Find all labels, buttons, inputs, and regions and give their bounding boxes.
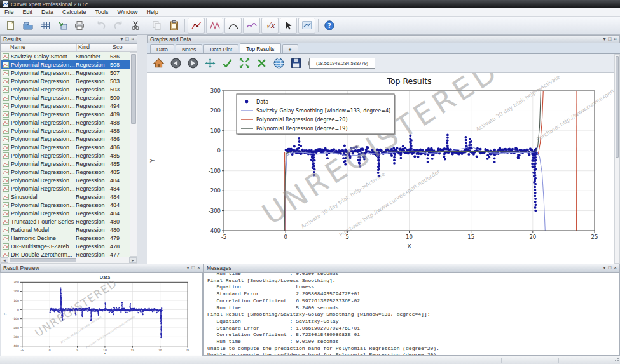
result-row[interactable]: Polynomial Regression (...Regression484	[1, 201, 130, 209]
result-row[interactable]: Polynomial Regression (...Regression494	[1, 102, 130, 110]
redo-button[interactable]	[109, 18, 127, 34]
panel-close-button[interactable]: ×	[131, 37, 134, 42]
scrollbar-thumb[interactable]	[616, 56, 619, 158]
nav-forward-button[interactable]	[185, 56, 201, 71]
menu-item-help[interactable]: Help	[142, 9, 163, 15]
menu-item-window[interactable]: Window	[113, 9, 142, 15]
nav-back-button[interactable]	[168, 56, 184, 71]
result-row[interactable]: Polynomial Regression (...Regression508	[1, 60, 130, 69]
panel-close-button[interactable]: ×	[197, 266, 200, 271]
plot-curve-button[interactable]	[224, 18, 242, 34]
panel-float-button[interactable]: ▾	[186, 266, 189, 271]
result-name: Polynomial Regression (...	[11, 136, 76, 142]
legend-entry: Polynomial Regression (degree=19)	[256, 126, 348, 131]
result-row[interactable]: SinusoidalRegression484	[1, 192, 130, 201]
scroll-left-arrow[interactable]: ◄	[1, 257, 8, 263]
panel-float-button[interactable]: ▾	[120, 37, 123, 42]
result-row[interactable]: Polynomial Regression (...Regression488	[1, 118, 130, 126]
results-horizontal-scrollbar[interactable]: ◄ ►	[0, 257, 137, 264]
nav-pan-button[interactable]	[202, 56, 218, 71]
result-row[interactable]: Polynomial Regression (...Regression488	[1, 126, 130, 135]
nav-close-x-button[interactable]	[254, 56, 270, 71]
result-row[interactable]: DR-Double-Zerotherm...Regression477	[1, 250, 130, 257]
import-data-button[interactable]	[53, 18, 71, 34]
messages-log[interactable]: Run time : 0.0300 seconds Final Result […	[203, 273, 620, 356]
panel-maximize-button[interactable]: □	[191, 266, 195, 271]
sqrt-x-icon: √x	[265, 20, 276, 31]
menu-item-data[interactable]: Data	[37, 9, 58, 15]
tab-data-plot[interactable]: Data Plot	[203, 44, 238, 53]
result-row[interactable]: Rational ModelRegression480	[1, 226, 130, 234]
results-vertical-scrollbar[interactable]	[130, 52, 137, 257]
result-kind: Regression	[76, 78, 110, 84]
web-icon	[273, 57, 285, 69]
scroll-right-arrow[interactable]: ►	[129, 257, 137, 263]
top-results-chart[interactable]: -505101520253002001000-100-200-300-400To…	[147, 73, 614, 264]
help-button[interactable]: ?	[320, 18, 338, 34]
copy-button[interactable]	[148, 18, 165, 34]
panel-float-button[interactable]: ▾	[603, 266, 605, 271]
menu-item-tools[interactable]: Tools	[91, 9, 113, 15]
result-row[interactable]: DR-Multistage-3-Zareba...Regression478	[1, 242, 130, 250]
cursor-coordinates-box[interactable]: (18.561949,284.588779)	[309, 58, 375, 69]
result-row[interactable]: Polynomial Regression (...Regression484	[1, 209, 130, 217]
result-row[interactable]: Polynomial Regression (...Regression486	[1, 135, 130, 143]
result-row[interactable]: Polynomial Regression (...Regression489	[1, 110, 130, 118]
nav-web-button[interactable]	[271, 56, 287, 71]
pointer-arrow-button[interactable]	[280, 18, 297, 34]
nav-home-button[interactable]	[151, 56, 167, 71]
result-row[interactable]: Polynomial Regression (...Regression486	[1, 143, 130, 151]
data-grid-button[interactable]	[36, 18, 53, 34]
panel-maximize-button[interactable]: □	[125, 37, 128, 42]
tab-top-results[interactable]: Top Results	[240, 43, 280, 53]
nav-zoom-check-button[interactable]	[219, 56, 235, 71]
result-row[interactable]: Polynomial Regression (...Regression485	[1, 168, 130, 176]
result-row[interactable]: Savitzky-Golay Smoothin...Smoother536	[1, 52, 130, 60]
result-row[interactable]: Polynomial Regression (...Regression484	[1, 176, 130, 184]
menu-item-calculate[interactable]: Calculate	[58, 9, 91, 15]
column-name[interactable]: Name	[10, 44, 25, 50]
plot-scatter-button[interactable]	[188, 18, 205, 34]
result-row[interactable]: Polynomial Regression (...Regression485	[1, 151, 130, 159]
resize-grip[interactable]	[614, 358, 619, 363]
tab-new[interactable]: +	[282, 44, 298, 53]
chart-window-button[interactable]	[298, 18, 315, 34]
column-kind[interactable]: Kind	[78, 44, 90, 50]
y-axis-label: y	[3, 313, 7, 315]
scrollbar-thumb[interactable]	[10, 258, 76, 262]
panel-close-button[interactable]: ×	[614, 266, 617, 271]
result-row[interactable]: Polynomial Regression (...Regression484	[1, 184, 130, 192]
tab-notes[interactable]: Notes	[176, 44, 202, 53]
nav-expand-button[interactable]	[237, 56, 252, 71]
menu-item-edit[interactable]: Edit	[18, 9, 38, 15]
scrollbar-thumb[interactable]	[131, 54, 136, 124]
result-row[interactable]: Polynomial Regression (...Regression503	[1, 77, 130, 85]
column-score[interactable]: Sco	[113, 44, 123, 50]
panel-splitter[interactable]	[137, 35, 147, 264]
paste-button[interactable]	[165, 18, 183, 34]
data-grid-icon	[39, 20, 51, 31]
menu-item-file[interactable]: File	[0, 9, 18, 15]
open-file-button[interactable]	[19, 18, 36, 34]
panel-maximize-button[interactable]: □	[608, 266, 611, 271]
panel-maximize-button[interactable]: □	[608, 37, 611, 42]
result-row[interactable]: Polynomial Regression (...Regression500	[1, 93, 130, 102]
graphs-vertical-scrollbar[interactable]	[614, 54, 620, 264]
result-row[interactable]: Harmonic DeclineRegression479	[1, 234, 130, 242]
print-button[interactable]	[71, 18, 88, 34]
cut-button[interactable]	[127, 18, 144, 34]
plot-zigzag-button[interactable]	[206, 18, 223, 34]
result-row[interactable]: Polynomial Regression (...Regression485	[1, 159, 130, 168]
result-row[interactable]: Polynomial Regression (...Regression503	[1, 85, 130, 93]
new-file-button[interactable]	[2, 18, 19, 34]
panel-float-button[interactable]: ▾	[603, 37, 605, 42]
sqrt-x-button[interactable]: √x	[261, 18, 279, 34]
plot-spline-button[interactable]	[243, 18, 260, 34]
tab-data[interactable]: Data	[150, 44, 174, 53]
result-row[interactable]: Polynomial Regression (...Regression507	[1, 69, 130, 77]
result-score: 489	[110, 111, 127, 118]
nav-save-button[interactable]	[288, 56, 304, 71]
undo-button[interactable]	[92, 18, 109, 34]
panel-close-button[interactable]: ×	[614, 37, 617, 42]
result-row[interactable]: Truncated Fourier SeriesRegression480	[1, 217, 130, 226]
